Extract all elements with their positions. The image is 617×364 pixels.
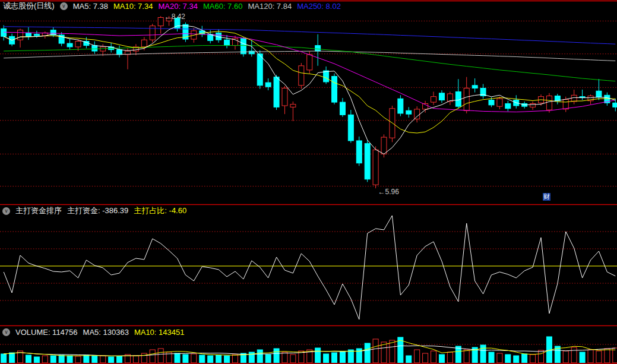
candle — [356, 141, 362, 163]
page-title: 诚志股份(日线) — [3, 1, 55, 11]
candle — [415, 109, 420, 119]
volume-bar — [588, 350, 593, 363]
volume-bar — [10, 353, 15, 363]
candle — [141, 40, 147, 47]
candle — [150, 26, 155, 40]
volume-bar — [224, 356, 230, 363]
volume-bar — [67, 356, 72, 363]
candle — [489, 100, 494, 105]
volume-bar — [208, 356, 213, 363]
volume-bar — [415, 350, 420, 363]
volume-bar — [563, 351, 568, 363]
candle — [92, 46, 97, 51]
volume-bar — [497, 353, 502, 363]
indicator-line — [4, 216, 615, 319]
candle — [265, 83, 271, 87]
ma-value-label: MA60: 7.60 — [203, 2, 243, 11]
volume-bar — [257, 350, 262, 363]
volume-bar — [340, 352, 345, 363]
volume-bar — [133, 356, 138, 363]
candle — [563, 99, 568, 109]
candle — [546, 96, 552, 110]
volume-bar — [605, 349, 610, 363]
volume-bar — [332, 353, 337, 363]
volume-bar — [117, 356, 122, 363]
candle — [18, 30, 23, 40]
volume-bar — [571, 347, 577, 363]
volume-bar — [191, 354, 197, 363]
volume-bar — [539, 350, 544, 363]
indicator-value-label: 主打占比: -4.60 — [134, 205, 186, 216]
finance-report-marker[interactable]: 财 — [543, 193, 550, 201]
volume-bar — [613, 348, 617, 363]
volume-bar — [315, 348, 321, 363]
volume-bar — [447, 352, 453, 363]
volume-bar — [265, 354, 271, 363]
candle — [464, 88, 469, 111]
volume-bar — [290, 354, 296, 363]
candle — [117, 50, 122, 55]
ma-value-label: MA250: 8.02 — [297, 2, 341, 11]
candle — [26, 33, 31, 36]
volume-bar — [455, 346, 461, 363]
volume-bar — [26, 355, 31, 363]
indicator-title: 主打资金排序 — [15, 205, 62, 216]
volume-bar — [480, 345, 486, 363]
main-chart-header: 诚志股份(日线) ∨ MA5: 7.38MA10: 7.34MA20: 7.34… — [3, 1, 341, 11]
volume-bar — [596, 351, 602, 363]
candlestick-panel: ←8.42←5.96 — [0, 12, 617, 196]
volume-value-label: MA10: 143451 — [134, 328, 185, 337]
volume-bar — [50, 356, 56, 363]
volume-bar — [522, 354, 527, 363]
volume-bar — [59, 355, 64, 363]
candle — [100, 47, 106, 51]
volume-bar — [489, 352, 494, 363]
volume-bar — [282, 352, 287, 363]
volume-value-label: VOLUME: 114756 — [15, 328, 78, 337]
chevron-down-icon[interactable]: ∨ — [60, 2, 68, 10]
candle — [505, 103, 511, 108]
candle — [348, 115, 353, 141]
volume-bar — [75, 356, 81, 363]
candle — [571, 95, 577, 102]
volume-bar — [34, 357, 39, 363]
trading-app-window: ←8.42←5.96 诚志股份(日线) ∨ MA5: 7.38MA10: 7.3… — [0, 0, 617, 364]
volume-bar — [216, 355, 222, 363]
low-price-label: ←5.96 — [378, 188, 400, 196]
candle — [613, 103, 617, 107]
indicator-value-label: 主打资金: -386.39 — [67, 205, 128, 216]
candle — [431, 97, 436, 102]
candle — [67, 43, 72, 47]
candle — [340, 102, 345, 115]
volume-bar — [514, 356, 519, 363]
candle — [373, 150, 378, 185]
candle — [224, 40, 230, 45]
volume-bar — [464, 350, 469, 363]
volume-value-label: MA5: 130363 — [83, 328, 129, 337]
volume-bar — [200, 355, 205, 363]
candle — [580, 97, 585, 97]
volume-bar — [406, 356, 412, 363]
volume-bar — [158, 349, 163, 363]
volume-bar — [348, 350, 353, 363]
chevron-down-icon[interactable]: ∨ — [2, 328, 10, 336]
volume-bar — [175, 353, 180, 363]
volume-bar — [100, 356, 106, 363]
candle — [365, 144, 370, 179]
chevron-down-icon[interactable]: ∨ — [2, 207, 10, 215]
volume-bar — [390, 340, 395, 363]
candle — [307, 55, 312, 70]
candle — [324, 71, 329, 82]
candle — [290, 105, 296, 107]
ma-value-label: MA5: 7.38 — [73, 2, 108, 11]
volume-bar — [324, 354, 329, 363]
indicator-values-row: 主打资金: -386.39主打占比: -4.60 — [67, 206, 186, 216]
candle — [439, 93, 444, 100]
volume-panel — [0, 337, 617, 363]
candle — [299, 66, 304, 86]
candle — [455, 91, 461, 106]
ma-value-label: MA120: 7.84 — [248, 2, 292, 11]
volume-bar — [1, 354, 7, 363]
volume-bar — [365, 343, 370, 363]
candle — [406, 110, 412, 114]
